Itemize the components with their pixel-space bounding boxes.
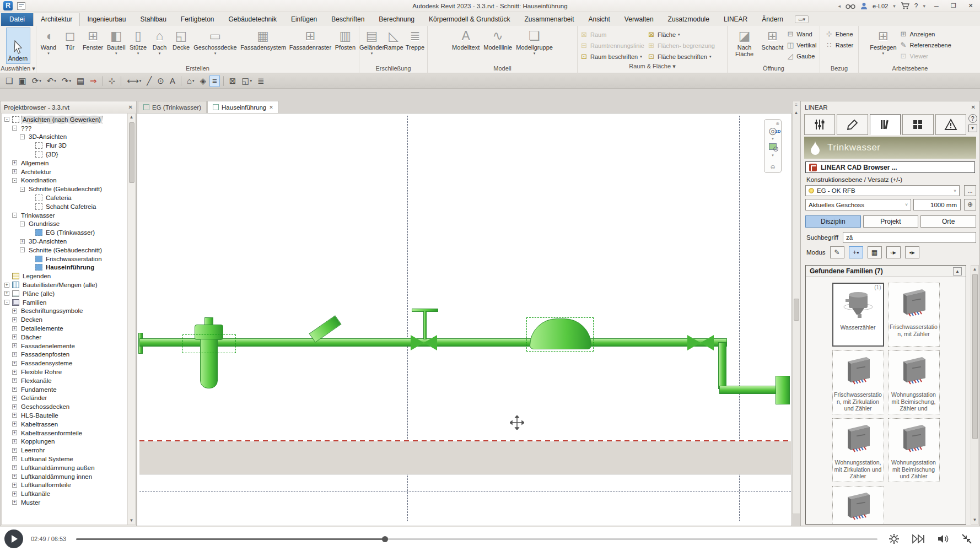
tree-expander-icon[interactable]: + <box>12 413 17 418</box>
browse-levels-button[interactable]: ... <box>964 185 976 196</box>
tree-expander-icon[interactable]: + <box>12 160 17 165</box>
ribbon-button[interactable]: ◱ Decke <box>171 28 191 51</box>
tree-item[interactable]: Cafeteria <box>2 193 135 202</box>
ribbon-small-button[interactable]: ⊠ Fläche ▾ <box>647 29 724 40</box>
ribbon-tab[interactable]: Gebäudetechnik <box>222 13 284 26</box>
tree-expander-icon[interactable]: + <box>12 474 17 479</box>
tree-item[interactable]: - Koordination <box>2 176 135 185</box>
minimize-button[interactable]: ─ <box>930 3 943 9</box>
tree-expander-icon[interactable]: + <box>12 500 17 505</box>
linear-more-icon[interactable]: ▼ <box>968 125 977 132</box>
navbar-collapse-icon[interactable]: ⊖ <box>770 164 775 171</box>
ribbon-button[interactable]: ◻ Tür <box>60 28 80 51</box>
tree-expander-icon[interactable]: + <box>12 309 17 314</box>
ribbon-button[interactable]: ⊞ Fenster <box>82 28 104 51</box>
tree-expander-icon[interactable]: + <box>12 396 17 401</box>
tree-item[interactable]: - Ansichten (nach Gewerken) <box>2 115 135 124</box>
family-card[interactable]: Wohnungsstation mit Beimischung, Zähler … <box>888 350 940 414</box>
revit-logo-icon[interactable]: R <box>3 1 13 10</box>
zoom-icon[interactable] <box>769 143 777 150</box>
ribbon-button[interactable]: ❏ Modellgruppe ▾ <box>515 28 554 56</box>
tree-item[interactable]: + 3D-Ansichten <box>2 237 135 246</box>
ribbon-small-button[interactable]: ⊞ Flächen- begrenzung <box>647 40 724 51</box>
qat-button[interactable] <box>181 76 181 86</box>
qat-button[interactable]: ⌂▾ <box>185 75 197 87</box>
tree-item[interactable]: + Detailelemente <box>2 324 135 333</box>
tree-item[interactable]: + Bauteillisten/Mengen (alle) <box>2 280 135 289</box>
qat-button[interactable]: ⊠ <box>227 75 239 87</box>
tree-item[interactable]: + Kopplungen <box>2 437 135 446</box>
ribbon-button[interactable]: ⊞ Fassadenraster <box>288 28 332 51</box>
video-progress-bar[interactable] <box>76 538 877 540</box>
tree-expander-icon[interactable]: + <box>12 483 17 488</box>
components-grid-icon[interactable] <box>902 114 933 135</box>
ribbon-button[interactable]: ≣ Treppe <box>405 28 425 51</box>
tree-item[interactable]: + Dächer <box>2 333 135 342</box>
qat-button[interactable]: ⟳▾ <box>30 75 44 87</box>
ribbon-tab[interactable]: Architektur <box>33 13 80 26</box>
scroll-down-icon[interactable]: ▼ <box>973 516 977 524</box>
settings-sliders-icon[interactable] <box>804 114 835 135</box>
ribbon-button[interactable]: ⌂ Dach ▾ <box>150 28 170 56</box>
ribbon-tab[interactable]: Datei <box>1 13 33 26</box>
tree-expander-icon[interactable]: + <box>12 317 17 322</box>
tree-expander-icon[interactable]: + <box>12 404 17 409</box>
tree-item[interactable]: Flur 3D <box>2 141 135 150</box>
collapse-arrow-icon[interactable]: ◂ <box>838 3 841 9</box>
maximize-button[interactable]: ❐ <box>947 2 960 9</box>
qat-button[interactable]: ⇒ <box>88 75 99 87</box>
tree-item[interactable]: - Grundrisse <box>2 220 135 229</box>
linear-panel-close-icon[interactable]: ✕ <box>971 104 976 110</box>
ribbon-button[interactable]: ▥ Pfosten <box>334 28 357 51</box>
tree-item[interactable]: - 3D-Ansichten <box>2 133 135 142</box>
tree-item[interactable]: + Luftkanäle <box>2 489 135 498</box>
qat-button[interactable] <box>121 76 121 86</box>
tree-item[interactable]: + Beschriftungssymbole <box>2 307 135 316</box>
tree-expander-icon[interactable]: + <box>12 343 17 348</box>
tree-item[interactable]: + Decken <box>2 315 135 324</box>
qat-button[interactable]: ⊙ <box>155 75 166 87</box>
ribbon-tab[interactable]: Einfügen <box>284 13 324 26</box>
family-card[interactable] <box>832 486 884 525</box>
tree-expander-icon[interactable]: - <box>20 134 25 139</box>
storey-select[interactable]: Aktuelles Geschoss ˅ <box>805 199 911 210</box>
tree-item[interactable]: + Luftkanalformteile <box>2 480 135 489</box>
project-browser-scrollbar[interactable]: ▲ ▼ <box>127 114 135 525</box>
store-cart-icon[interactable] <box>901 2 909 9</box>
level-line[interactable] <box>139 491 791 491</box>
qat-button[interactable]: ⊹ <box>106 75 118 87</box>
ribbon-tab[interactable]: Stahlbau <box>133 13 173 26</box>
tree-item[interactable]: - Schnitte (Gebäudeschnitt) <box>2 185 135 193</box>
tree-expander-icon[interactable]: + <box>12 361 17 366</box>
qat-button[interactable]: ≣ <box>255 75 267 87</box>
tree-expander-icon[interactable]: + <box>4 291 9 296</box>
qat-button[interactable]: ◈ <box>198 75 209 87</box>
family-card[interactable]: (1) <box>832 283 884 347</box>
tree-expander-icon[interactable]: - <box>4 300 9 305</box>
pick-element-mode-icon[interactable]: ✎ <box>830 246 844 258</box>
tree-item[interactable]: Legenden <box>2 272 135 280</box>
ribbon-tab[interactable]: Berechnung <box>371 13 422 26</box>
qat-button[interactable] <box>223 76 224 86</box>
ribbon-button[interactable]: ▦ Fassadensystem <box>239 28 287 51</box>
tree-expander-icon[interactable]: + <box>20 239 25 244</box>
tree-expander-icon[interactable]: - <box>12 126 17 131</box>
volume-icon[interactable] <box>937 534 949 544</box>
pick-offset-button[interactable]: ⊕ <box>964 199 976 210</box>
tree-item[interactable]: + Fassadensysteme <box>2 359 135 368</box>
help-menu-chevron-icon[interactable]: ▾ <box>923 3 925 9</box>
ribbon-small-button[interactable]: ◫ Vertikal <box>786 40 816 51</box>
shrink-player-icon[interactable] <box>961 533 972 544</box>
collapse-section-icon[interactable]: ▲ <box>953 267 962 276</box>
ribbon-button[interactable]: ∿ Modelllinie <box>482 28 513 51</box>
scope-tab[interactable]: Orte <box>920 215 976 228</box>
ribbon-tab[interactable]: Zusatzmodule <box>661 13 717 26</box>
tree-expander-icon[interactable]: + <box>12 491 17 496</box>
scroll-up-icon[interactable]: ▲ <box>973 266 977 273</box>
scroll-up-icon[interactable]: ▲ <box>794 109 799 117</box>
splitter-icon[interactable]: ≡ <box>795 101 798 109</box>
ribbon-small-button[interactable]: ✎ Referenzebene <box>900 40 951 51</box>
tree-item[interactable]: + Pläne (alle) <box>2 289 135 298</box>
zoom-dropdown-icon[interactable]: ▾ <box>772 153 774 158</box>
tree-expander-icon[interactable]: - <box>12 213 17 218</box>
